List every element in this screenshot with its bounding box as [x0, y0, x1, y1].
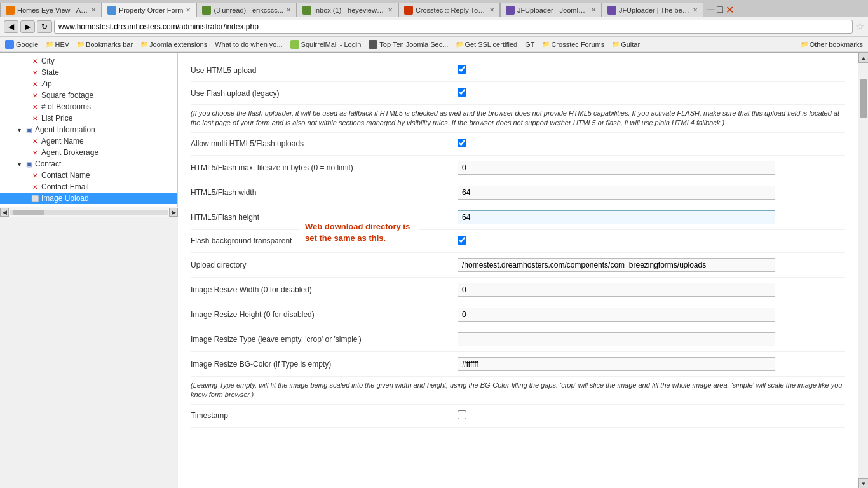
- window-controls[interactable]: ─ □ ✕: [703, 3, 738, 17]
- tree-item-contact-name[interactable]: ✕ Contact Name: [0, 170, 177, 181]
- html5-height-input[interactable]: [458, 210, 775, 224]
- bookmark-star[interactable]: ☆: [855, 20, 864, 32]
- hscroll-right-arrow[interactable]: ▶: [169, 208, 178, 217]
- tab-close-jfuploader2[interactable]: ✕: [693, 6, 698, 13]
- tree-item-contact-email[interactable]: ✕ Contact Email: [0, 181, 177, 193]
- flash-bg-checkbox[interactable]: [458, 236, 466, 245]
- tab-label-jfuploader2: JFUploader | The best...: [619, 6, 690, 14]
- bookmark-crosstec-label: Crosstec Forums: [551, 41, 604, 48]
- hscroll-left-arrow[interactable]: ◀: [0, 208, 9, 217]
- html5-height-value: [458, 210, 845, 224]
- setting-upload-dir: Upload directory: [191, 253, 845, 278]
- resize-type-input[interactable]: [458, 332, 775, 346]
- bookmark-gt[interactable]: GT: [522, 41, 537, 48]
- hscroll-thumb: [13, 210, 44, 215]
- agent-info-label: Agent Information: [35, 125, 95, 134]
- setting-allow-multi: Allow multi HTML5/Flash uploads: [191, 133, 845, 156]
- allow-multi-checkbox[interactable]: [458, 139, 466, 147]
- html5-width-input[interactable]: [458, 186, 775, 200]
- tab-homes-eye[interactable]: Homes Eye View - Ad... ✕: [0, 3, 102, 17]
- tab-label-jfuploader1: JFUploader - Joomla!...: [517, 6, 588, 14]
- upload-dir-input[interactable]: [458, 258, 775, 272]
- tree-item-agent-brokerage[interactable]: ✕ Agent Brokerage: [0, 147, 177, 158]
- forward-button[interactable]: ▶: [20, 20, 35, 33]
- squirrelmail-favicon: [290, 40, 299, 49]
- timestamp-value: [458, 410, 845, 421]
- tree-item-zip[interactable]: ✕ Zip: [0, 78, 177, 90]
- tab-inbox[interactable]: Inbox (1) - heyeview@... ✕: [297, 3, 398, 17]
- tree-item-agent-name[interactable]: ✕ Agent Name: [0, 135, 177, 147]
- vscroll-down-arrow[interactable]: ▼: [858, 478, 868, 488]
- contact-section-icon: ▣: [24, 159, 33, 168]
- contact-name-label: Contact Name: [41, 171, 90, 180]
- bookmark-gt-label: GT: [525, 41, 534, 48]
- setting-resize-type: Image Resize Type (leave empty, 'crop' o…: [191, 327, 845, 352]
- use-html5-checkbox[interactable]: [458, 65, 466, 74]
- tab-close-homes-eye[interactable]: ✕: [91, 6, 96, 13]
- resize-height-input[interactable]: [458, 308, 775, 322]
- agentname-field-icon: ✕: [31, 137, 39, 146]
- bookmark-other[interactable]: Other bookmarks: [798, 41, 865, 48]
- square-footage-label: Square footage: [41, 91, 93, 100]
- sidebar-horizontal-scrollbar[interactable]: ◀ ▶: [0, 207, 178, 217]
- form-settings: Use HTML5 upload Use Flash upload (legac…: [178, 53, 858, 434]
- tab-close-inbox[interactable]: ✕: [388, 6, 393, 13]
- right-scrollbar[interactable]: ▲ ▼: [858, 53, 868, 488]
- content-area: Use HTML5 upload Use Flash upload (legac…: [178, 53, 858, 488]
- note-flash-fallback: (If you choose the flash uploader, it wi…: [191, 105, 845, 133]
- tab-property-order[interactable]: Property Order Form ✕: [102, 3, 196, 17]
- listprice-field-icon: ✕: [31, 114, 39, 123]
- bookmark-squirrelmail[interactable]: SquirrelMail - Login: [288, 40, 364, 49]
- upload-dir-value: [458, 258, 845, 272]
- tree-item-image-upload[interactable]: ⬜ Image Upload: [0, 193, 177, 204]
- tab-close-crosstec[interactable]: ✕: [489, 6, 494, 13]
- bookmark-guitar[interactable]: Guitar: [609, 41, 642, 48]
- vscroll-up-arrow[interactable]: ▲: [858, 53, 868, 63]
- tab-close-property-order[interactable]: ✕: [186, 6, 191, 13]
- sidebar-wrapper: ✕ City ✕ State ✕ Zip ✕ Square footage: [0, 53, 178, 488]
- bookmark-google[interactable]: Google: [3, 40, 41, 49]
- agentinfo-section-icon: ▣: [24, 125, 33, 134]
- tab-close-jfuploader1[interactable]: ✕: [591, 6, 596, 13]
- bookmark-top-ten[interactable]: Top Ten Joomla Sec...: [366, 40, 451, 49]
- tab-favicon-3unread: [202, 6, 211, 15]
- use-flash-checkbox[interactable]: [458, 88, 466, 97]
- agentinfo-expander[interactable]: ▾: [15, 126, 23, 133]
- bookmark-hev[interactable]: HEV: [43, 41, 72, 48]
- state-field-icon: ✕: [31, 68, 39, 77]
- bookmark-squirrelmail-label: SquirrelMail - Login: [301, 41, 362, 48]
- resize-bg-color-input[interactable]: [458, 357, 775, 371]
- tree-item-list-price[interactable]: ✕ List Price: [0, 112, 177, 124]
- tab-3unread[interactable]: (3 unread) - erikcccc... ✕: [196, 3, 296, 17]
- bookmark-joomla-ext[interactable]: Joomla extensions: [138, 41, 210, 48]
- bookmark-guitar-label: Guitar: [621, 41, 640, 48]
- use-flash-value: [458, 88, 845, 98]
- contact-expander[interactable]: ▾: [15, 160, 23, 168]
- agentbrokerage-field-icon: ✕: [31, 148, 39, 157]
- hscroll-track[interactable]: [10, 210, 168, 215]
- bookmark-bookmarks-bar[interactable]: Bookmarks bar: [74, 41, 135, 48]
- bookmark-ssl[interactable]: Get SSL certified: [453, 41, 520, 48]
- tab-jfuploader2[interactable]: JFUploader | The best... ✕: [602, 3, 703, 17]
- tab-jfuploader1[interactable]: JFUploader - Joomla!... ✕: [500, 3, 602, 17]
- back-button[interactable]: ◀: [4, 20, 18, 33]
- tree-item-state[interactable]: ✕ State: [0, 67, 177, 78]
- bookmark-what-todo[interactable]: What to do when yo...: [212, 41, 285, 48]
- tree-item-contact-section[interactable]: ▾ ▣ Contact: [0, 158, 177, 170]
- tab-label-crosstec: Crosstec :: Reply Topi...: [416, 6, 487, 14]
- imageupload-icon: ⬜: [31, 194, 39, 203]
- bookmark-crosstec[interactable]: Crosstec Forums: [539, 41, 607, 48]
- max-filesize-input[interactable]: [458, 161, 775, 175]
- timestamp-checkbox[interactable]: [458, 410, 466, 419]
- tree-item-bedrooms[interactable]: ✕ # of Bedrooms: [0, 101, 177, 112]
- tab-close-3unread[interactable]: ✕: [286, 6, 291, 13]
- tree-item-city[interactable]: ✕ City: [0, 55, 177, 67]
- address-bar[interactable]: [54, 20, 853, 34]
- tree-item-square-footage[interactable]: ✕ Square footage: [0, 90, 177, 101]
- sqft-field-icon: ✕: [31, 91, 39, 100]
- tree-item-agent-info[interactable]: ▾ ▣ Agent Information: [0, 124, 177, 135]
- refresh-button[interactable]: ↻: [37, 20, 52, 33]
- tab-crosstec[interactable]: Crosstec :: Reply Topi... ✕: [398, 3, 500, 17]
- resize-width-input[interactable]: [458, 283, 775, 297]
- setting-timestamp: Timestamp: [191, 405, 845, 428]
